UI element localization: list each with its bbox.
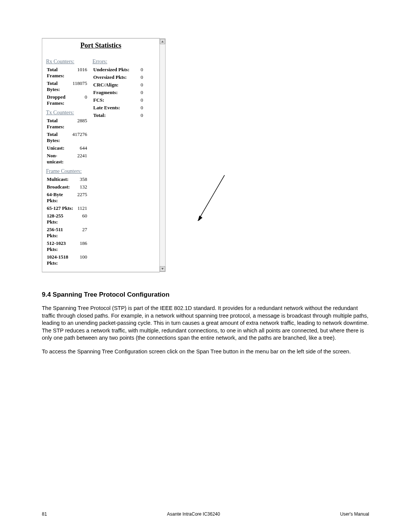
scrollbar-track[interactable] [160, 44, 165, 266]
table-row: 1024-1518 Pkts:100 [47, 254, 87, 267]
footer-title: Asante IntraCore IC36240 [167, 511, 220, 517]
svg-marker-3 [198, 216, 203, 221]
table-row: Unicast:644 [47, 145, 87, 152]
table-row: Dropped Frames:0 [47, 94, 87, 107]
errors-table: Undersized Pkts:0 Oversized Pkts:0 CRC/A… [92, 66, 144, 120]
paragraph: To access the Spanning Tree Configuratio… [42, 348, 369, 356]
frame-counters-heading: Frame Counters: [46, 168, 88, 174]
table-row: 128-255 Pkts:60 [47, 212, 87, 225]
scroll-up-button[interactable] [160, 39, 165, 44]
paragraph: The Spanning Tree Protocol (STP) is part… [42, 305, 369, 342]
table-row: Total Frames:1016 [47, 66, 87, 79]
scroll-down-button[interactable] [160, 266, 165, 272]
table-row: Total:0 [93, 112, 143, 119]
table-row: 512-1023 Pkts:186 [47, 240, 87, 253]
table-row: Total Bytes:118075 [47, 80, 87, 93]
panel-title: Port Statistics [46, 42, 156, 50]
table-row: Total Frames:2885 [47, 117, 87, 130]
table-row: Broadcast:132 [47, 184, 87, 190]
tx-counters-heading: Tx Counters: [46, 110, 88, 116]
frame-counters-table: Multicast:358 Broadcast:132 64-Byte Pkts… [46, 175, 88, 267]
errors-heading: Errors: [92, 59, 144, 65]
table-row: Oversized Pkts:0 [93, 74, 143, 81]
table-row: FCS:0 [93, 97, 143, 104]
rx-counters-heading: Rx Counters: [46, 59, 88, 65]
table-row: Undersized Pkts:0 [93, 66, 143, 73]
table-row: Fragments:0 [93, 89, 143, 96]
table-row: 65-127 Pkts:1121 [47, 205, 87, 212]
table-row: CRC/Align:0 [93, 81, 143, 88]
footer-manual: User's Manual [340, 511, 369, 517]
table-row: Non-unicast:2241 [47, 152, 87, 165]
page-footer: 81 Asante IntraCore IC36240 User's Manua… [42, 511, 369, 517]
scrollbar[interactable] [159, 38, 166, 272]
chevron-down-icon [161, 267, 164, 270]
table-row: Multicast:358 [47, 176, 87, 183]
page-number: 81 [42, 511, 47, 517]
tx-counters-table: Total Frames:2885 Total Bytes:417276 Uni… [46, 117, 88, 166]
svg-line-2 [198, 175, 225, 221]
port-statistics-panel: Port Statistics Rx Counters: Total Frame… [42, 38, 160, 272]
table-row: 64-Byte Pkts:2275 [47, 191, 87, 204]
chevron-up-icon [161, 40, 164, 43]
table-row: 256-511 Pkts:27 [47, 226, 87, 239]
body-text: 9.4 Spanning Tree Protocol Configuration… [42, 291, 369, 361]
svg-marker-1 [161, 268, 164, 270]
rx-counters-table: Total Frames:1016 Total Bytes:118075 Dro… [46, 66, 88, 107]
svg-marker-4 [198, 216, 202, 221]
table-row: Late Events:0 [93, 104, 143, 111]
section-heading: 9.4 Spanning Tree Protocol Configuration [42, 291, 369, 299]
arrow-annotation-icon [194, 171, 228, 228]
svg-marker-0 [161, 41, 164, 43]
table-row: Total Bytes:417276 [47, 131, 87, 144]
